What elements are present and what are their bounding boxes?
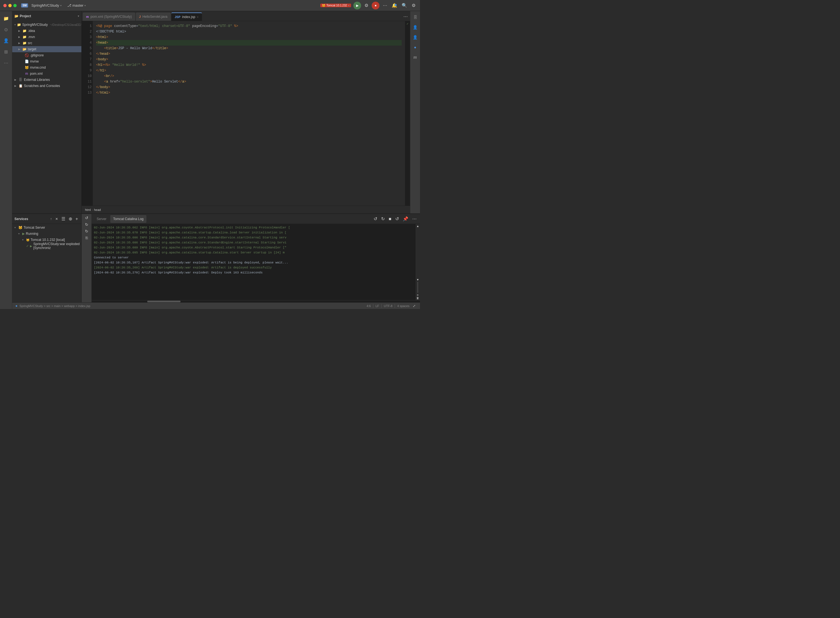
- code-line-6: </head>: [96, 51, 402, 57]
- svc-war-artifact[interactable]: ✓ ▶ SpringMVCStudy:war exploded [Synchro…: [12, 243, 82, 249]
- tab-hello[interactable]: J HelloServlet.java: [136, 12, 171, 21]
- right-sidebar-blue-icon[interactable]: ●: [411, 43, 419, 51]
- log-more-btn[interactable]: ⋯: [411, 215, 418, 222]
- log-panel: Server Tomcat Catalina Log ↺ ↻ ■ ↺ 📌: [92, 214, 420, 302]
- vert-copy-btn[interactable]: ⎘: [85, 235, 89, 241]
- status-line-ending[interactable]: LF: [375, 304, 379, 308]
- log-horizontal-scrollbar: [92, 300, 420, 302]
- mvnw-cmd-icon: 🐱: [24, 65, 29, 70]
- tree-item-mvn[interactable]: ▶ 📁 .mvn: [12, 34, 82, 40]
- scroll-down-btn[interactable]: ▼: [416, 278, 419, 281]
- close-button[interactable]: [3, 4, 7, 7]
- services-collapse-btn[interactable]: ✕: [54, 215, 59, 222]
- tab-pom[interactable]: m pom.xml (SpringMVCStudy): [83, 12, 135, 21]
- notifications-button[interactable]: 🔔: [390, 2, 398, 9]
- vert-redeploy-btn[interactable]: ↻: [84, 229, 89, 234]
- code-line-8: <h1><%= "Hello World!" %>: [96, 62, 402, 68]
- tab-index[interactable]: JSP index.jsp ×: [171, 12, 202, 21]
- code-line-9: </h1>: [96, 68, 402, 73]
- services-expand-btn[interactable]: ↑: [49, 215, 53, 222]
- src-folder-icon: 📁: [22, 41, 27, 45]
- tree-item-idea[interactable]: ▶ 📁 .idea: [12, 28, 82, 34]
- tree-item-pom[interactable]: m pom.xml: [12, 71, 82, 77]
- status-indent[interactable]: 4 spaces: [397, 304, 410, 308]
- right-sidebar-user2-icon[interactable]: 👤: [411, 33, 419, 41]
- services-add-btn[interactable]: ⊕: [67, 215, 73, 222]
- code-line-2: <!DOCTYPE html>: [96, 29, 402, 34]
- tree-item-target[interactable]: ▶ 📂 target: [12, 46, 82, 52]
- tab-options-button[interactable]: ⋯: [402, 13, 409, 20]
- spring-folder-icon: 📁: [17, 23, 21, 27]
- search-button[interactable]: 🔍: [401, 2, 408, 9]
- tree-item-ext-libs[interactable]: ▶ 🗄 External Libraries: [12, 77, 82, 83]
- right-sidebar-db-icon[interactable]: 🗄: [411, 13, 419, 21]
- branch-icon: ⎇: [67, 3, 71, 7]
- tree-item-gitignore[interactable]: 🚫 .gitignore: [12, 52, 82, 58]
- status-branch-icon: ■: [16, 304, 17, 308]
- tab-catalina-log[interactable]: Tomcat Catalina Log: [110, 215, 146, 223]
- branch-selector[interactable]: ⎇ master ▾: [67, 3, 86, 7]
- run-configuration[interactable]: 🐱 Tomcat 10.1.232 ▾: [320, 4, 351, 7]
- svc-tomcat-server[interactable]: ▾ 🐱 Tomcat Server: [12, 224, 82, 231]
- editor-scrollbar: ✓: [405, 21, 410, 206]
- tree-item-mvnw-cmd[interactable]: 🐱 mvnw.cmd: [12, 64, 82, 71]
- file-tree: ▾ 📁 SpringMVCStudy ~/Desktop/CS/JavaEE/S…: [12, 21, 82, 213]
- status-breadcrumb[interactable]: SpringMVCStudy > src > main > webapp > i…: [19, 304, 90, 308]
- log-resume-btn[interactable]: ↺: [394, 215, 400, 222]
- code-line-5: <title>JSP - Hello World</title>: [96, 46, 402, 51]
- tree-item-src[interactable]: ▶ 📁 src: [12, 40, 82, 46]
- tree-item-spring[interactable]: ▾ 📁 SpringMVCStudy ~/Desktop/CS/JavaEE/S: [12, 22, 82, 28]
- breadcrumb-head[interactable]: head: [94, 208, 101, 211]
- minimize-button[interactable]: [8, 4, 12, 7]
- log-refresh-btn[interactable]: ↺: [373, 215, 378, 222]
- log-tab-actions: ↺ ↻ ■ ↺ 📌 ⋯: [373, 215, 418, 222]
- titlebar-actions: ▶ ⚙ ■ ⋯ 🔔 🔍 ⚙: [353, 1, 417, 9]
- log-scroll-bar: ▲ ▼ ≡ 🗑: [416, 224, 420, 300]
- run-button[interactable]: ▶: [353, 1, 361, 9]
- vert-restart-btn[interactable]: ↺: [84, 215, 89, 221]
- code-line-10: <br/>: [96, 73, 402, 79]
- svc-running-group[interactable]: ▾ ▶ Running: [12, 231, 82, 237]
- settings-button[interactable]: ⚙: [363, 2, 370, 9]
- log-refresh2-btn[interactable]: ↻: [380, 215, 386, 222]
- right-sidebar-m-icon[interactable]: m: [411, 53, 419, 61]
- status-sep-2: [381, 304, 382, 308]
- breadcrumb-html[interactable]: html: [85, 208, 91, 211]
- project-panel-header: 📂 Project ▾: [12, 11, 82, 21]
- status-expand-btn[interactable]: ⤢: [412, 303, 417, 309]
- sidebar-icon-vcs[interactable]: ⊙: [1, 24, 11, 34]
- settings2-button[interactable]: ⚙: [411, 2, 417, 9]
- sidebar-icon-collab[interactable]: 👤: [1, 36, 11, 46]
- status-encoding[interactable]: UTF-8: [384, 304, 392, 308]
- sidebar-icon-gradle[interactable]: ⊞: [1, 47, 11, 57]
- services-filter-btn[interactable]: ☰: [60, 215, 67, 222]
- sidebar-icon-more[interactable]: ⋯: [1, 58, 11, 68]
- code-line-13: </html>: [96, 90, 402, 96]
- log-line-4: 02-Jun-2024 10:26:35.086 INFO [main] org…: [94, 240, 413, 245]
- target-folder-icon: 📂: [22, 47, 27, 51]
- maximize-button[interactable]: [13, 4, 17, 7]
- tree-item-mvnw[interactable]: 📄 mvnw: [12, 58, 82, 64]
- scroll-up-btn[interactable]: ▲: [416, 224, 419, 227]
- status-sep-3: [395, 304, 395, 308]
- right-sidebar-user-icon[interactable]: 👤: [411, 23, 419, 31]
- tree-item-scratches[interactable]: ▶ 📋 Scratches and Consoles: [12, 83, 82, 89]
- project-name[interactable]: SpringMVCStudy ▾: [31, 3, 62, 7]
- sidebar-icon-folder[interactable]: 📁: [1, 13, 11, 23]
- scroll-clear-btn[interactable]: 🗑: [416, 297, 419, 300]
- log-pin-btn[interactable]: 📌: [402, 215, 410, 222]
- log-stop-btn[interactable]: ■: [387, 216, 392, 222]
- code-editor[interactable]: <%@ page contentType="text/html; charset…: [93, 21, 405, 206]
- more-button[interactable]: ⋯: [382, 2, 388, 9]
- right-sidebar: 🗄 👤 👤 ● m: [410, 11, 420, 213]
- status-position[interactable]: 4:6: [367, 304, 371, 308]
- vert-update-btn[interactable]: ↻: [84, 222, 89, 227]
- stop-button[interactable]: ■: [372, 1, 380, 9]
- scroll-wrap-btn[interactable]: ≡: [417, 293, 419, 297]
- pom-tab-icon: m: [86, 15, 89, 18]
- services-tree: ▾ 🐱 Tomcat Server ▾ ▶ Running: [12, 224, 82, 302]
- services-more-btn[interactable]: +: [74, 215, 79, 222]
- tab-server[interactable]: Server: [94, 215, 109, 223]
- log-line-6: 02-Jun-2024 10:26:35.095 INFO [main] org…: [94, 250, 413, 255]
- tab-close-icon[interactable]: ×: [197, 16, 199, 19]
